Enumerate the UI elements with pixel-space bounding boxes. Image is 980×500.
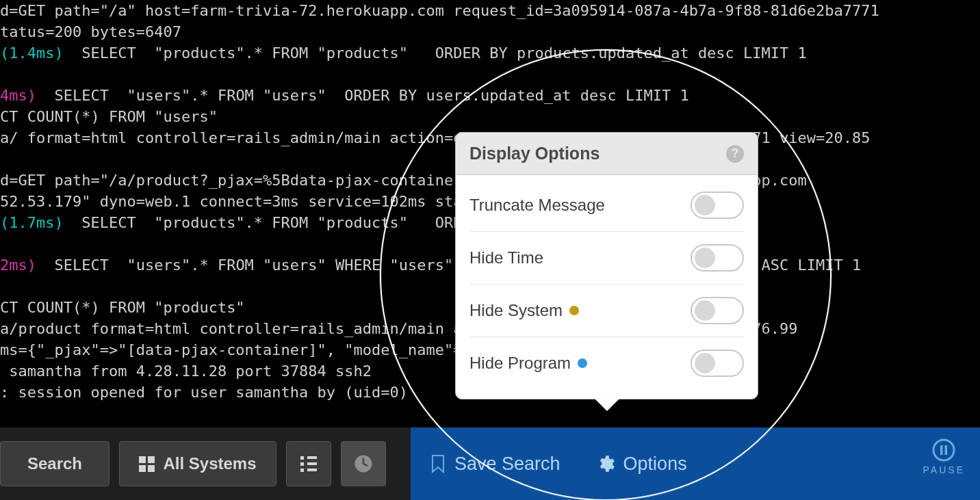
display-option-label: Truncate Message	[469, 196, 605, 215]
log-segment: d=GET path="/a" host=farm-trivia-72.hero…	[0, 2, 879, 19]
display-option-label: Hide System	[469, 301, 579, 320]
log-segment: (1.4ms)	[0, 44, 64, 62]
toggle-knob	[695, 248, 715, 268]
search-button-label: Search	[27, 454, 82, 473]
log-segment	[0, 278, 9, 295]
log-segment	[0, 150, 9, 168]
gear-icon	[596, 454, 615, 473]
display-option-text: Hide Time	[469, 248, 543, 267]
svg-rect-3	[945, 445, 948, 455]
display-options-popover: Display Options ? Truncate MessageHide T…	[455, 132, 758, 399]
help-icon[interactable]: ?	[726, 145, 744, 163]
pause-label: PAUSE	[923, 464, 965, 475]
log-segment: (1.7ms)	[0, 214, 64, 231]
color-dot-icon	[569, 306, 579, 315]
list-view-button[interactable]	[286, 441, 331, 486]
display-option-text: Hide Program	[469, 354, 571, 373]
display-option-row: Hide System	[469, 285, 744, 337]
display-option-row: Hide Time	[469, 232, 744, 285]
display-option-text: Truncate Message	[469, 196, 605, 215]
bottom-toolbar: Search All Systems Save Search	[0, 427, 980, 500]
toolbar-right: Save Search Options PAUSE	[411, 427, 980, 500]
log-line: tatus=200 bytes=6407	[0, 21, 980, 42]
log-line: (1.4ms) SELECT "products".* FROM "produc…	[0, 42, 980, 64]
log-segment: 2ms)	[0, 256, 36, 274]
display-option-text: Hide System	[469, 301, 563, 320]
display-option-toggle[interactable]	[691, 297, 744, 324]
svg-point-1	[933, 440, 954, 460]
search-button[interactable]: Search	[0, 441, 109, 486]
log-segment	[0, 235, 9, 252]
time-button[interactable]	[341, 441, 386, 486]
toolbar-left: Search All Systems	[0, 427, 411, 500]
log-segment: 4ms)	[0, 87, 36, 104]
log-segment	[0, 66, 9, 83]
log-line: d=GET path="/a" host=farm-trivia-72.hero…	[0, 0, 980, 21]
clock-icon	[353, 453, 374, 474]
color-dot-icon	[578, 358, 587, 368]
popover-header: Display Options ?	[456, 133, 758, 175]
svg-rect-2	[940, 445, 943, 455]
save-search-label: Save Search	[454, 453, 560, 475]
bookmark-icon	[430, 454, 446, 473]
display-option-toggle[interactable]	[691, 192, 744, 219]
log-line: 4ms) SELECT "users".* FROM "users" ORDER…	[0, 85, 980, 106]
log-segment: : session opened for user samantha by (u…	[0, 384, 408, 401]
popover-body: Truncate MessageHide TimeHide SystemHide…	[456, 175, 758, 399]
display-option-label: Hide Time	[469, 248, 543, 267]
log-segment: samantha from 4.28.11.28 port 37884 ssh2	[0, 363, 372, 380]
log-segment: CT COUNT(*) FROM "users"	[0, 108, 218, 125]
pause-button[interactable]: PAUSE	[923, 438, 965, 475]
display-option-label: Hide Program	[469, 354, 587, 373]
all-systems-button[interactable]: All Systems	[119, 441, 276, 486]
options-label: Options	[623, 453, 687, 475]
pause-icon	[932, 438, 955, 462]
log-segment: tatus=200 bytes=6407	[0, 23, 181, 40]
all-systems-label: All Systems	[163, 454, 256, 473]
log-segment: SELECT "users".* FROM "users" ORDER BY u…	[36, 87, 689, 104]
toggle-knob	[695, 353, 715, 373]
display-option-toggle[interactable]	[691, 350, 744, 377]
log-segment: SELECT "products".* FROM "products" ORDE…	[64, 44, 807, 62]
display-option-row: Hide Program	[469, 337, 744, 389]
options-button[interactable]: Options	[596, 453, 687, 475]
toggle-knob	[695, 195, 715, 215]
log-line	[0, 64, 980, 85]
toggle-knob	[695, 300, 715, 321]
display-option-row: Truncate Message	[469, 179, 744, 232]
popover-title: Display Options	[469, 144, 599, 163]
display-option-toggle[interactable]	[691, 244, 744, 272]
list-icon	[300, 456, 317, 472]
save-search-button[interactable]: Save Search	[430, 453, 560, 475]
log-segment: CT COUNT(*) FROM "products"	[0, 299, 245, 316]
log-line: CT COUNT(*) FROM "users"	[0, 106, 980, 127]
grid-icon	[139, 456, 155, 472]
